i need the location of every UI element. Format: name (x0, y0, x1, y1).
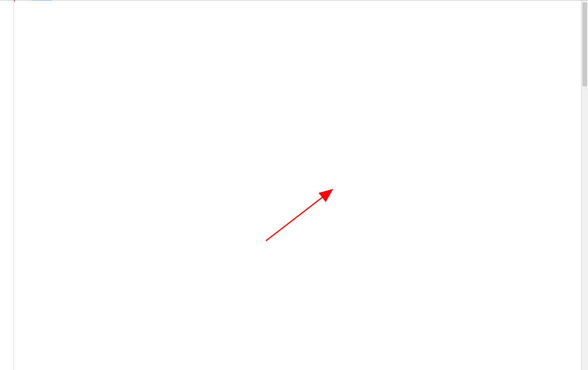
highlight-box (14, 0, 15, 1)
code-area[interactable] (14, 0, 588, 370)
scrollbar-thumb[interactable] (582, 2, 587, 86)
line-number-gutter (0, 0, 14, 370)
svg-line-0 (266, 190, 331, 241)
vertical-scrollbar[interactable] (581, 0, 588, 370)
code-editor[interactable] (0, 0, 588, 370)
annotation-arrow (257, 185, 341, 245)
